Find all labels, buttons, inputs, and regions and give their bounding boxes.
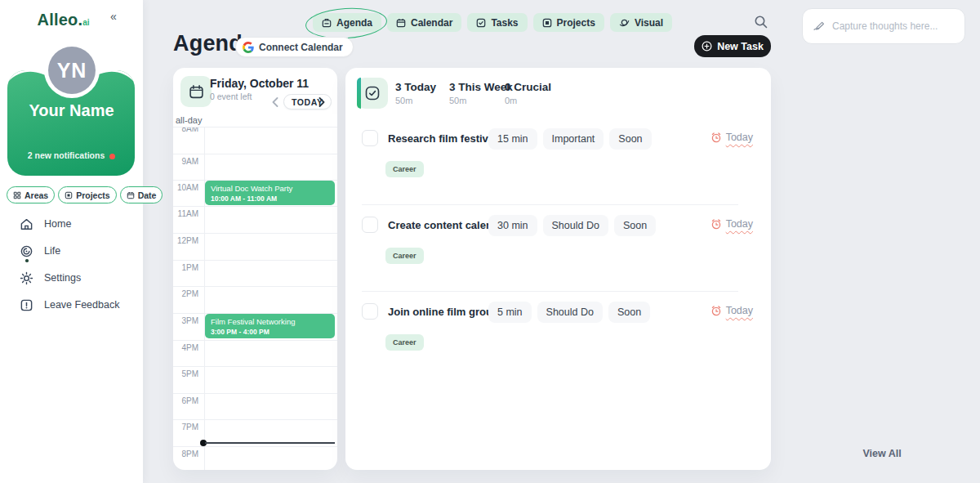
tab-visual[interactable]: Visual bbox=[610, 13, 672, 32]
sidebar-item-label: Life bbox=[44, 245, 60, 257]
tasks-card: 3 Today 50m 3 This Week 50m 0 Crucial 0m… bbox=[345, 68, 771, 470]
stat-sub: 0m bbox=[505, 96, 551, 105]
new-task-label: New Task bbox=[717, 41, 764, 52]
feedback-icon bbox=[20, 298, 33, 312]
hour-row: 4PM bbox=[173, 340, 337, 366]
tab-agenda[interactable]: Agenda bbox=[313, 13, 381, 32]
task-checkbox[interactable] bbox=[362, 217, 378, 233]
calendar-event[interactable]: Film Festival Networking 3:00 PM - 4:00 … bbox=[205, 314, 335, 338]
home-icon bbox=[20, 217, 33, 231]
alarm-icon bbox=[710, 305, 722, 316]
urgency-pill[interactable]: Soon bbox=[614, 215, 656, 236]
hour-row: 8AM bbox=[173, 127, 337, 153]
capture-thoughts-input[interactable] bbox=[832, 20, 955, 32]
task-row: Create content calendar 30 min Should Do… bbox=[345, 208, 771, 291]
tab-label: Tasks bbox=[491, 17, 518, 29]
event-time: 10:00 AM - 11:00 AM bbox=[211, 195, 329, 203]
task-title: Join online film group bbox=[388, 306, 499, 318]
row-divider bbox=[362, 291, 738, 292]
google-icon bbox=[243, 42, 254, 53]
events-left-text: 0 event left bbox=[210, 92, 252, 101]
stat-label: 0 Crucial bbox=[505, 81, 551, 93]
stat-sub: 50m bbox=[395, 96, 436, 105]
tab-tasks[interactable]: Tasks bbox=[467, 13, 527, 32]
notifications-text: 2 new notifications bbox=[28, 150, 105, 160]
tasks-header-icon-box bbox=[357, 78, 388, 109]
duration-pill[interactable]: 5 min bbox=[488, 302, 532, 323]
avatar[interactable]: YN bbox=[48, 47, 96, 94]
app-window: Alleo.ai « YN Your Name 2 new notificati… bbox=[0, 0, 980, 483]
date-icon bbox=[127, 191, 135, 199]
filter-pill-date[interactable]: Date bbox=[120, 186, 163, 203]
filter-pills: Areas Projects Date bbox=[7, 186, 163, 203]
due-label: Today bbox=[726, 305, 753, 316]
projects-icon bbox=[65, 191, 73, 199]
pen-scribble-icon bbox=[813, 20, 826, 33]
life-indicator-dot bbox=[25, 259, 29, 262]
priority-pill[interactable]: Should Do bbox=[537, 302, 603, 323]
sidebar-menu: Home Life Settings Leave Feedback bbox=[20, 211, 134, 318]
sidebar-item-life[interactable]: Life bbox=[20, 238, 134, 264]
event-title: Film Festival Networking bbox=[211, 317, 329, 326]
due-label: Today bbox=[726, 218, 753, 230]
tab-calendar[interactable]: Calendar bbox=[387, 13, 461, 32]
hour-row: 9AM bbox=[173, 154, 337, 180]
notification-dot-icon bbox=[109, 154, 115, 159]
due-date[interactable]: Today bbox=[710, 305, 753, 316]
sidebar-item-settings[interactable]: Settings bbox=[20, 265, 134, 291]
collapse-sidebar-icon[interactable]: « bbox=[110, 10, 117, 23]
areas-icon bbox=[13, 191, 21, 199]
urgency-pill[interactable]: Soon bbox=[609, 128, 651, 150]
task-checkbox[interactable] bbox=[362, 130, 378, 146]
connect-calendar-button[interactable]: Connect Calendar bbox=[235, 37, 354, 57]
hour-label: 5PM bbox=[173, 369, 198, 378]
calendar-event[interactable]: Virtual Doc Watch Party 10:00 AM - 11:00… bbox=[205, 181, 335, 205]
task-row: Join online film group 5 min Should Do S… bbox=[345, 294, 771, 378]
tab-label: Visual bbox=[635, 17, 663, 29]
notifications-link[interactable]: 2 new notifications bbox=[0, 150, 143, 160]
plus-circle-icon bbox=[702, 41, 712, 51]
chevron-left-icon[interactable] bbox=[272, 97, 278, 107]
urgency-pill[interactable]: Soon bbox=[608, 302, 650, 323]
priority-pill[interactable]: Should Do bbox=[543, 215, 608, 236]
hour-label: 2PM bbox=[173, 289, 198, 298]
duration-pill[interactable]: 15 min bbox=[488, 128, 537, 150]
alarm-icon bbox=[710, 132, 722, 143]
tab-projects[interactable]: Projects bbox=[533, 13, 604, 32]
task-pills: 15 min Important Soon bbox=[488, 128, 652, 150]
check-square-icon bbox=[364, 85, 381, 101]
due-label: Today bbox=[726, 132, 753, 143]
task-checkbox[interactable] bbox=[362, 303, 378, 320]
tag-chip[interactable]: Career bbox=[385, 248, 424, 264]
visual-icon bbox=[619, 17, 630, 28]
filter-pill-projects[interactable]: Projects bbox=[58, 186, 116, 203]
tag-chip[interactable]: Career bbox=[385, 161, 424, 177]
filter-pill-areas[interactable]: Areas bbox=[7, 186, 55, 203]
filter-pill-label: Areas bbox=[24, 190, 48, 200]
search-icon[interactable] bbox=[754, 15, 770, 31]
task-pills: 5 min Should Do Soon bbox=[488, 302, 650, 323]
capture-thoughts-box bbox=[802, 8, 965, 44]
sidebar-item-home[interactable]: Home bbox=[20, 211, 134, 237]
new-task-button[interactable]: New Task bbox=[694, 35, 771, 57]
due-date[interactable]: Today bbox=[710, 218, 753, 230]
priority-pill[interactable]: Important bbox=[543, 128, 604, 150]
hour-label: 4PM bbox=[173, 343, 198, 352]
tag-chip[interactable]: Career bbox=[385, 334, 424, 351]
hour-row: 1PM bbox=[173, 260, 337, 286]
hour-row: 12PM bbox=[173, 233, 337, 259]
hour-label: 10AM bbox=[173, 183, 198, 192]
duration-pill[interactable]: 30 min bbox=[488, 215, 537, 236]
sidebar-item-leave-feedback[interactable]: Leave Feedback bbox=[20, 292, 134, 318]
filter-pill-label: Projects bbox=[76, 190, 109, 200]
agenda-icon bbox=[322, 18, 332, 28]
due-date[interactable]: Today bbox=[710, 132, 753, 143]
chevron-right-icon[interactable] bbox=[318, 97, 325, 107]
user-name: Your Name bbox=[0, 101, 143, 120]
hour-label: 6PM bbox=[173, 396, 198, 405]
tasks-icon bbox=[476, 18, 486, 28]
view-all-link[interactable]: View All bbox=[833, 448, 931, 459]
hour-label: 3PM bbox=[173, 316, 198, 325]
hour-label: 1PM bbox=[173, 263, 198, 272]
logo-text: Alleo. bbox=[38, 11, 83, 29]
